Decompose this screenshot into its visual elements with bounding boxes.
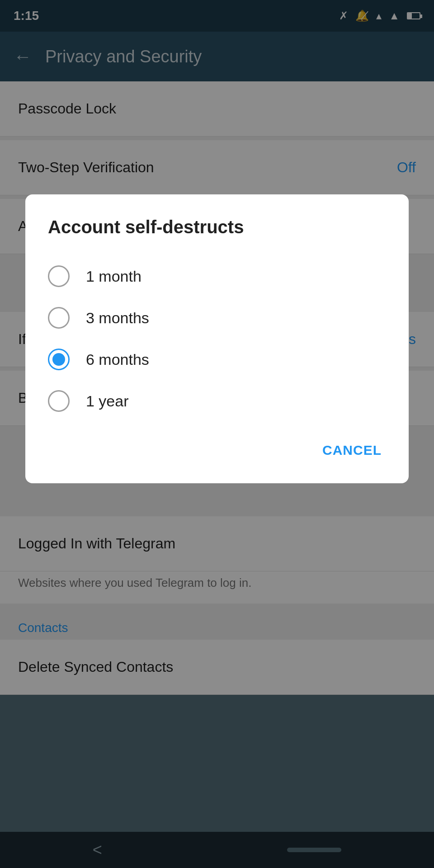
option-1month[interactable]: 1 month: [48, 255, 386, 297]
cancel-button[interactable]: CANCEL: [318, 435, 386, 465]
radio-3months[interactable]: [48, 307, 70, 329]
account-self-destructs-dialog: Account self-destructs 1 month 3 months …: [25, 194, 409, 483]
radio-1year[interactable]: [48, 390, 70, 412]
radio-1month[interactable]: [48, 265, 70, 287]
label-3months: 3 months: [86, 309, 149, 327]
option-6months[interactable]: 6 months: [48, 339, 386, 380]
dialog-title: Account self-destructs: [48, 217, 386, 237]
dialog-actions: CANCEL: [48, 435, 386, 465]
radio-6months[interactable]: [48, 349, 70, 370]
label-1year: 1 year: [86, 392, 129, 410]
label-6months: 6 months: [86, 351, 149, 368]
label-1month: 1 month: [86, 268, 142, 285]
option-1year[interactable]: 1 year: [48, 380, 386, 422]
option-3months[interactable]: 3 months: [48, 297, 386, 339]
